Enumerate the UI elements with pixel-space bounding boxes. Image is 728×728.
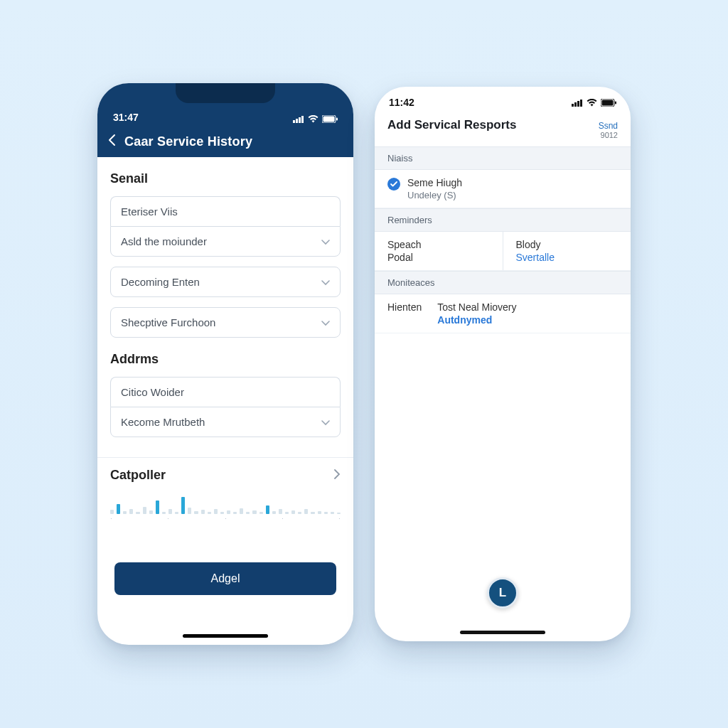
status-bar: 31:47: [97, 83, 353, 126]
catpoller-label: Catpoller: [110, 468, 166, 483]
dropdown-kecome[interactable]: Kecome Mrutbeth: [110, 407, 341, 437]
cell-text: Hienten: [387, 301, 422, 313]
form-content: Senail Eteriser Viis Asld the moiunder D…: [97, 157, 353, 525]
field-add-moiunder[interactable]: Asld the moiunder: [110, 226, 341, 257]
fab-label: L: [499, 586, 506, 600]
send-code: 9012: [599, 131, 618, 139]
back-button[interactable]: [107, 134, 117, 149]
spark-axis: ⋅⋅⋅⋅⋅: [110, 515, 341, 523]
signal-icon: [293, 115, 304, 123]
sparkline: [110, 490, 341, 514]
field-eteriser[interactable]: Eteriser Viis: [110, 196, 341, 226]
status-icons: [572, 99, 616, 107]
svg-rect-2: [299, 117, 301, 123]
svg-rect-0: [293, 120, 295, 123]
chevron-down-icon: [321, 416, 330, 428]
check-icon: [387, 178, 400, 191]
moniteaces-row: Hienten Tost Neal Miovery Autdnymed: [375, 294, 631, 333]
field-group-1: Eteriser Viis Asld the moiunder: [110, 196, 341, 257]
send-label: Ssnd: [599, 122, 618, 131]
field-text: Decoming Enten: [121, 276, 200, 288]
link-svertalle[interactable]: Svertalle: [516, 252, 619, 263]
chevron-down-icon: [321, 235, 330, 247]
svg-rect-13: [615, 101, 616, 104]
catpoller-row[interactable]: Catpoller ⋅⋅⋅⋅⋅: [97, 457, 353, 525]
mon-col-1: Hienten: [387, 301, 422, 326]
svg-rect-10: [580, 100, 582, 107]
row-title: Seme Hiugh: [407, 177, 462, 188]
section-1-label: Senail: [110, 171, 341, 186]
svg-rect-5: [323, 117, 335, 122]
status-time: 31:47: [113, 112, 139, 123]
field-text: Kecome Mrutbeth: [121, 416, 205, 428]
svg-rect-3: [301, 116, 304, 123]
field-text: Eteriser Viis: [121, 205, 178, 218]
reminders-row: Speach Podal Blody Svertalle: [375, 232, 631, 271]
page-title: Caar Service History: [124, 134, 252, 149]
svg-rect-8: [574, 102, 577, 107]
nav-bar: Add Servical Resports Ssnd 9012: [375, 118, 631, 146]
svg-rect-7: [572, 104, 574, 107]
wifi-icon: [308, 115, 318, 123]
chevron-down-icon: [321, 276, 330, 288]
field-text: Shecptive Furchoon: [121, 316, 215, 328]
status-time: 11:42: [389, 97, 414, 108]
notch: [176, 83, 275, 103]
mon-col-2: Tost Neal Miovery Autdnymed: [437, 301, 516, 326]
cell-text: Blody: [516, 239, 619, 250]
battery-icon: [601, 99, 616, 107]
wifi-icon: [587, 99, 597, 107]
fab-button[interactable]: L: [487, 577, 518, 609]
status-bar: 11:42: [375, 87, 631, 118]
phone-left: 31:47 Caar Service History Senail Eteris…: [97, 83, 353, 645]
link-autdnymed[interactable]: Autdnymed: [437, 314, 516, 326]
group-header-moniteaces: Moniteaces: [375, 271, 631, 294]
nav-bar: Caar Service History: [97, 126, 353, 157]
cell-text: Tost Neal Miovery: [437, 301, 516, 313]
home-indicator: [460, 631, 545, 634]
row-sub: Undeley (S): [407, 190, 462, 200]
chevron-down-icon: [321, 316, 330, 328]
phone-right: 11:42 Add Servical Resports Ssnd 9012 Ni…: [375, 87, 631, 641]
dropdown-shecptive[interactable]: Shecptive Furchoon: [110, 307, 341, 338]
row-seme-hiugh[interactable]: Seme Hiugh Undeley (S): [375, 170, 631, 208]
battery-icon: [322, 115, 338, 123]
reminder-left[interactable]: Speach Podal: [375, 232, 503, 270]
chevron-right-icon: [334, 469, 341, 482]
page-title: Add Servical Resports: [387, 118, 516, 132]
svg-rect-1: [296, 119, 298, 123]
svg-rect-6: [336, 118, 338, 121]
home-indicator: [183, 634, 268, 638]
field-text: Asld the moiunder: [121, 235, 207, 247]
reminder-right[interactable]: Blody Svertalle: [503, 232, 631, 270]
group-header-reminders: Reminders: [375, 208, 631, 232]
section-2-label: Addrms: [110, 352, 341, 367]
signal-icon: [572, 99, 583, 107]
svg-rect-12: [602, 100, 614, 105]
chevron-left-icon: [107, 134, 117, 146]
adgel-button[interactable]: Adgel: [114, 562, 336, 595]
dropdown-decoming[interactable]: Decoming Enten: [110, 267, 341, 297]
group-header-niaiss: Niaiss: [375, 146, 631, 170]
field-group-2: Citico Woider Kecome Mrutbeth: [110, 377, 341, 437]
cell-text: Podal: [387, 252, 490, 263]
send-button[interactable]: Ssnd 9012: [599, 122, 618, 139]
action-bar: Adgel: [97, 562, 353, 595]
cell-text: Speach: [387, 239, 490, 250]
field-text: Citico Woider: [121, 386, 184, 398]
field-citico[interactable]: Citico Woider: [110, 377, 341, 407]
status-icons: [293, 115, 338, 123]
svg-rect-9: [577, 101, 579, 107]
